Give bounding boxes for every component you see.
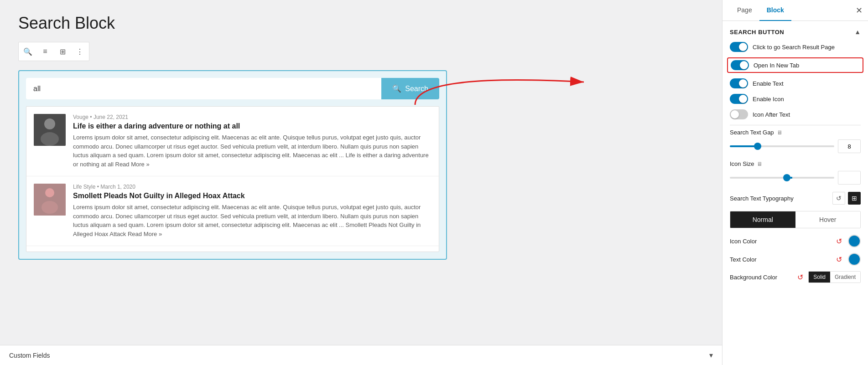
table-row: Life Style • March 1, 2020 Smollett Plea… bbox=[26, 176, 439, 246]
search-text-gap-value[interactable] bbox=[838, 139, 861, 153]
toggle-label-icon-after-text: Icon After Text bbox=[753, 111, 790, 118]
search-input[interactable] bbox=[26, 78, 381, 99]
custom-fields-label: Custom Fields bbox=[9, 352, 50, 359]
toggle-label-enable-icon: Enable Icon bbox=[753, 96, 784, 103]
result-excerpt: Lorems ipsum dolor sit amet, consectetur… bbox=[73, 203, 431, 238]
toggle-label-enable-text: Enable Text bbox=[753, 80, 784, 87]
control-label-row-icon-size: Icon Size 🖥 bbox=[730, 160, 861, 167]
icon-color-picker[interactable] bbox=[848, 235, 861, 247]
icon-color-controls: ↺ bbox=[833, 235, 861, 247]
toggle-icon-after-text[interactable] bbox=[730, 109, 748, 119]
section-collapse-icon[interactable]: ▲ bbox=[854, 28, 861, 36]
text-color-controls: ↺ bbox=[833, 253, 861, 266]
toggle-search-result-page[interactable] bbox=[730, 42, 748, 52]
text-color-row: Text Color ↺ bbox=[730, 253, 861, 266]
result-thumbnail bbox=[34, 184, 66, 216]
toggle-enable-text[interactable] bbox=[730, 78, 748, 88]
sidebar-tabs: Page Block ✕ bbox=[722, 0, 868, 21]
solid-gradient-toggle: Solid Gradient bbox=[808, 271, 861, 283]
icon-color-label: Icon Color bbox=[730, 238, 757, 245]
background-color-label: Background Color bbox=[730, 274, 777, 281]
search-input-row: 🔍 Search bbox=[26, 78, 439, 99]
toggle-row-icon-after-text: Icon After Text bbox=[730, 109, 861, 119]
toggle-enable-icon[interactable] bbox=[730, 94, 748, 104]
search-button-label: Search bbox=[405, 85, 428, 93]
svg-point-2 bbox=[41, 132, 59, 146]
toggle-label-open-new-tab: Open In New Tab bbox=[754, 62, 799, 69]
monitor-icon: 🖥 bbox=[777, 129, 782, 136]
typography-label: Search Text Typography bbox=[730, 195, 794, 202]
slider-with-value bbox=[730, 139, 861, 153]
result-content: Vouge • June 22, 2021 Life is either a d… bbox=[73, 114, 431, 169]
result-title: Life is either a daring adventure or not… bbox=[73, 122, 431, 130]
page-title: Search Block bbox=[18, 14, 704, 33]
tab-page[interactable]: Page bbox=[730, 0, 759, 21]
bottom-bar: Custom Fields ▾ bbox=[0, 345, 722, 365]
typography-icons: ↺ ⊞ bbox=[832, 192, 861, 205]
main-content: Search Block 🔍 ≡ ⊞ ⋮ 🔍 Search bbox=[0, 0, 722, 365]
background-color-controls: ↺ Solid Gradient bbox=[795, 271, 861, 283]
typography-settings-btn[interactable]: ⊞ bbox=[848, 192, 861, 205]
divider bbox=[730, 125, 861, 125]
results-area[interactable]: Vouge • June 22, 2021 Life is either a d… bbox=[26, 106, 439, 252]
slider-with-value-2 bbox=[730, 171, 861, 185]
icon-color-reset[interactable]: ↺ bbox=[833, 236, 844, 247]
bg-color-reset[interactable]: ↺ bbox=[795, 272, 806, 283]
gradient-button[interactable]: Gradient bbox=[830, 272, 860, 283]
tab-block[interactable]: Block bbox=[759, 0, 791, 21]
text-color-label: Text Color bbox=[730, 256, 757, 263]
typography-row: Search Text Typography ↺ ⊞ bbox=[730, 192, 861, 205]
svg-point-1 bbox=[44, 118, 55, 129]
search-button[interactable]: 🔍 Search bbox=[381, 78, 439, 99]
result-meta: Vouge • June 22, 2021 bbox=[73, 114, 431, 120]
solid-button[interactable]: Solid bbox=[809, 272, 830, 283]
search-button-section: Search Button ▲ Click to go Search Resul… bbox=[722, 21, 868, 296]
state-tab-hover[interactable]: Hover bbox=[795, 211, 861, 228]
search-preview-area: 🔍 Search Vouge • June 22, 2021 Life bbox=[18, 70, 447, 260]
toggle-row-enable-icon: Enable Icon bbox=[730, 94, 861, 104]
sidebar: Page Block ✕ Search Button ▲ Click to go… bbox=[722, 0, 868, 365]
close-button[interactable]: ✕ bbox=[856, 5, 863, 15]
search-text-gap-label: Search Text Gap bbox=[730, 129, 774, 136]
table-row: Vouge • June 22, 2021 Life is either a d… bbox=[26, 107, 439, 176]
toggle-open-new-tab[interactable] bbox=[731, 60, 749, 70]
search-icon: 🔍 bbox=[392, 84, 401, 93]
toggle-row-open-new-tab: Open In New Tab bbox=[727, 57, 863, 73]
block-toolbar: 🔍 ≡ ⊞ ⋮ bbox=[18, 42, 89, 61]
icon-size-control: Icon Size 🖥 bbox=[730, 160, 861, 185]
state-tabs: Normal Hover bbox=[730, 211, 861, 228]
toggle-row-enable-text: Enable Text bbox=[730, 78, 861, 88]
icon-size-label: Icon Size bbox=[730, 160, 754, 167]
result-meta: Life Style • March 1, 2020 bbox=[73, 184, 431, 190]
more-icon-btn[interactable]: ⋮ bbox=[72, 43, 88, 60]
result-excerpt: Lorems ipsum dolor sit amet, consectetur… bbox=[73, 133, 431, 169]
section-header: Search Button ▲ bbox=[730, 28, 861, 36]
state-tab-normal[interactable]: Normal bbox=[730, 211, 795, 228]
section-title: Search Button bbox=[730, 29, 784, 36]
align-icon-btn[interactable]: ≡ bbox=[37, 43, 53, 60]
result-title: Smollett Pleads Not Guilty in Alleged Ho… bbox=[73, 192, 431, 200]
control-label-row: Search Text Gap 🖥 bbox=[730, 129, 861, 136]
monitor-icon-2: 🖥 bbox=[757, 161, 762, 167]
icon-size-slider[interactable] bbox=[730, 177, 834, 179]
toggle-label-search-result: Click to go Search Result Page bbox=[753, 44, 835, 51]
chevron-down-icon[interactable]: ▾ bbox=[709, 351, 713, 360]
text-color-reset[interactable]: ↺ bbox=[833, 254, 844, 265]
search-icon-btn[interactable]: 🔍 bbox=[20, 43, 36, 60]
typography-reset-btn[interactable]: ↺ bbox=[832, 192, 845, 205]
result-content: Life Style • March 1, 2020 Smollett Plea… bbox=[73, 184, 431, 238]
result-thumbnail bbox=[34, 114, 66, 146]
text-color-picker[interactable] bbox=[848, 253, 861, 266]
icon-color-row: Icon Color ↺ bbox=[730, 235, 861, 247]
search-text-gap-control: Search Text Gap 🖥 bbox=[730, 129, 861, 153]
svg-point-4 bbox=[45, 188, 54, 197]
search-text-gap-slider[interactable] bbox=[730, 145, 834, 147]
image-icon-btn[interactable]: ⊞ bbox=[54, 43, 71, 60]
background-color-row: Background Color ↺ Solid Gradient bbox=[730, 271, 861, 283]
toggle-row-search-result: Click to go Search Result Page bbox=[730, 42, 861, 52]
svg-point-5 bbox=[42, 201, 58, 214]
icon-size-value[interactable] bbox=[838, 171, 861, 185]
